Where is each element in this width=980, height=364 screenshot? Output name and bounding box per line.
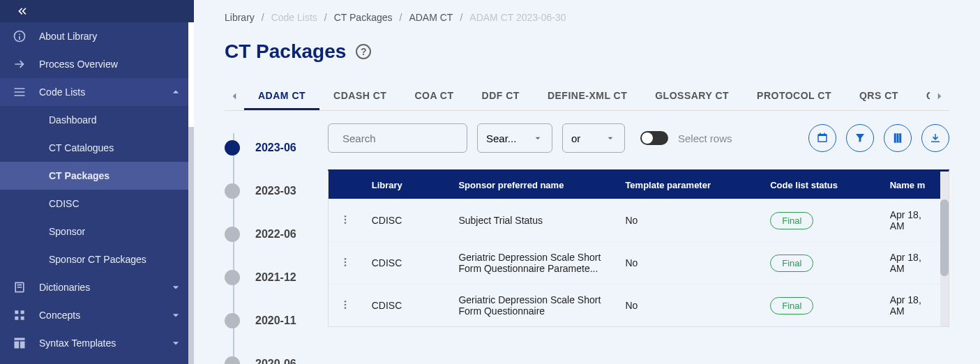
timeline-item[interactable]: 2022-06 <box>225 213 315 256</box>
breadcrumb-item[interactable]: Code Lists <box>271 12 317 23</box>
table-scrollbar[interactable] <box>940 172 949 326</box>
calendar-icon <box>816 132 829 144</box>
sidebar-label: CT Packages <box>49 170 183 181</box>
chevron-down-icon <box>169 308 183 322</box>
tab-q[interactable]: Q <box>912 83 930 110</box>
cell-date: Apr 18, AM <box>879 199 940 242</box>
sidebar-item-dashboard[interactable]: Dashboard <box>0 106 194 134</box>
th-name[interactable]: Sponsor preferred name <box>447 172 614 199</box>
sidebar-item-about[interactable]: About Library <box>0 22 194 50</box>
table-scrollbar-thumb[interactable] <box>940 199 949 276</box>
help-icon[interactable]: ? <box>356 44 371 59</box>
tab-protocol[interactable]: PROTOCOL CT <box>743 83 845 110</box>
sidebar-collapse-button[interactable] <box>0 0 194 22</box>
sidebar-label: About Library <box>39 31 183 42</box>
search-input[interactable] <box>342 132 475 144</box>
timeline-dot <box>225 227 240 242</box>
sidebar-item-dictionaries[interactable]: Dictionaries <box>0 273 194 301</box>
tabs-next-button[interactable] <box>930 82 949 110</box>
tab-coa[interactable]: COA CT <box>400 83 467 110</box>
tab-qrs[interactable]: QRS CT <box>845 83 912 110</box>
status-badge: Final <box>770 212 813 229</box>
cell-status: Final <box>759 199 878 242</box>
breadcrumb-item[interactable]: Library <box>225 12 255 23</box>
row-menu-button[interactable] <box>329 199 361 242</box>
chevron-double-left-icon <box>17 5 29 17</box>
download-button[interactable] <box>921 124 949 152</box>
search-op-select[interactable]: or <box>562 123 625 153</box>
search-box[interactable] <box>328 123 467 153</box>
select-rows-toggle[interactable] <box>640 131 668 145</box>
timeline-label: 2021-12 <box>255 271 296 284</box>
th-status[interactable]: Code list status <box>759 172 878 199</box>
sidebar-label: CT Catalogues <box>49 142 183 153</box>
tab-cdash[interactable]: CDASH CT <box>319 83 400 110</box>
th-library[interactable]: Library <box>361 172 448 199</box>
timeline-dot <box>225 356 240 364</box>
cell-library: CDISC <box>361 199 448 242</box>
timeline-item[interactable]: 2020-06 <box>225 342 315 364</box>
cell-name: Geriatric Depression Scale Short Form Qu… <box>447 285 614 327</box>
sidebar-item-syntax[interactable]: Syntax Templates <box>0 329 194 357</box>
breadcrumb-item[interactable]: CT Packages <box>334 12 393 23</box>
tab-adam[interactable]: ADAM CT <box>244 83 319 110</box>
sidebar-item-cdisc[interactable]: CDISC <box>0 190 194 218</box>
more-vert-icon <box>340 214 351 225</box>
th-template[interactable]: Template parameter <box>614 172 759 199</box>
columns-icon <box>891 132 904 144</box>
breadcrumb: Library/ Code Lists/ CT Packages/ ADAM C… <box>225 0 949 35</box>
filter-icon <box>854 132 866 144</box>
sidebar-item-sponsor-packages[interactable]: Sponsor CT Packages <box>0 245 194 273</box>
sidebar-item-codelists[interactable]: Code Lists <box>0 78 194 106</box>
sidebar-item-catalogues[interactable]: CT Catalogues <box>0 134 194 162</box>
sidebar-label: Dictionaries <box>39 282 169 293</box>
data-table: Library Sponsor preferred name Template … <box>328 169 949 327</box>
cell-template: No <box>614 199 759 242</box>
timeline: 2023-06 2023-03 2022-06 2021-12 2020-11 … <box>225 123 315 364</box>
timeline-item[interactable]: 2021-12 <box>225 256 315 299</box>
timeline-dot <box>225 183 240 199</box>
cell-template: No <box>614 285 759 327</box>
sidebar-label: Process Overview <box>39 59 183 70</box>
cell-name: Geriatric Depression Scale Short Form Qu… <box>447 242 614 285</box>
sidebar-item-packages[interactable]: CT Packages <box>0 162 194 190</box>
columns-button[interactable] <box>808 124 836 152</box>
timeline-item[interactable]: 2023-03 <box>225 169 315 213</box>
tabs-prev-button[interactable] <box>225 82 244 110</box>
timeline-item[interactable]: 2020-11 <box>225 299 315 342</box>
breadcrumb-item: ADAM CT 2023-06-30 <box>469 12 566 23</box>
sidebar-item-sponsor[interactable]: Sponsor <box>0 218 194 245</box>
search-mode-select[interactable]: Sear... <box>477 123 552 153</box>
page-title-row: CT Packages ? <box>225 40 949 63</box>
chevron-down-icon <box>532 132 543 144</box>
table-row: CDISC Subject Trial Status No Final Apr … <box>329 199 940 242</box>
row-menu-button[interactable] <box>329 242 361 285</box>
content-row: 2023-06 2023-03 2022-06 2021-12 2020-11 … <box>225 123 949 364</box>
chevron-down-icon <box>169 336 183 350</box>
th-date[interactable]: Name m <box>879 172 940 199</box>
tab-definexml[interactable]: DEFINE-XML CT <box>534 83 641 110</box>
sidebar-scrollbar-thumb[interactable] <box>188 22 194 127</box>
timeline-dot <box>225 313 240 328</box>
filter-button[interactable] <box>846 124 874 152</box>
toolbar: Sear... or Select rows <box>328 123 949 153</box>
tab-glossary[interactable]: GLOSSARY CT <box>641 83 743 110</box>
cell-date: Apr 18, AM <box>879 242 940 285</box>
timeline-dot <box>225 140 240 156</box>
tab-ddf[interactable]: DDF CT <box>468 83 534 110</box>
timeline-item[interactable]: 2023-06 <box>225 126 315 169</box>
row-menu-button[interactable] <box>329 285 361 327</box>
cell-library: CDISC <box>361 285 448 327</box>
cell-date: Apr 18, AM <box>879 285 940 327</box>
more-vert-icon <box>340 299 351 310</box>
sidebar-item-process[interactable]: Process Overview <box>0 50 194 78</box>
cell-status: Final <box>759 242 878 285</box>
timeline-label: 2020-11 <box>255 314 296 327</box>
sidebar: About Library Process Overview Code List… <box>0 0 194 364</box>
sidebar-label: Sponsor <box>49 226 183 237</box>
sidebar-label: CDISC <box>49 198 183 209</box>
download-icon <box>929 132 942 144</box>
sidebar-item-concepts[interactable]: Concepts <box>0 301 194 329</box>
view-button[interactable] <box>884 124 912 152</box>
breadcrumb-item[interactable]: ADAM CT <box>409 12 453 23</box>
